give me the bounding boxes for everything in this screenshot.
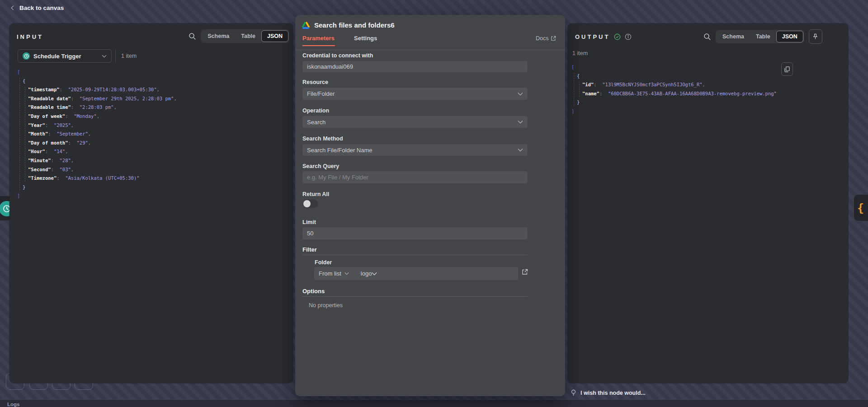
output-panel-title: OUTPUT — [575, 33, 610, 40]
arrow-left-icon — [9, 5, 16, 11]
output-panel: OUTPUT Schema Table JSON 1 item [{"i — [568, 23, 848, 383]
docs-label: Docs — [536, 35, 548, 42]
return-all-toggle[interactable] — [303, 200, 318, 208]
code-brace-icon: { — [854, 201, 864, 215]
open-folder-external-button[interactable] — [522, 269, 528, 275]
input-item-count: 1 item — [121, 53, 137, 59]
options-empty-text: No properties — [309, 302, 343, 309]
chevron-down-icon — [518, 148, 523, 152]
node-settings-modal: Search files and folders6 Parameters Set… — [295, 15, 565, 396]
input-source-label: Schedule Trigger — [33, 53, 98, 60]
node-feedback-button[interactable]: I wish this node would... — [571, 389, 646, 396]
folder-value[interactable]: logo — [361, 270, 372, 277]
chevron-down-icon — [518, 120, 523, 124]
output-item-count: 1 item — [572, 50, 588, 56]
search-icon — [703, 33, 711, 41]
input-tab-schema[interactable]: Schema — [202, 30, 235, 42]
docs-link[interactable]: Docs — [536, 35, 556, 42]
search-method-value: Search File/Folder Name — [307, 147, 373, 154]
logs-bar[interactable]: Logs — [0, 399, 868, 407]
input-panel: INPUT Schema Table JSON Schedule Trigger… — [9, 23, 293, 383]
folder-resource-locator[interactable]: From list logo — [314, 267, 518, 280]
lightbulb-icon — [571, 389, 576, 396]
back-to-canvas-button[interactable]: Back to canvas — [9, 5, 64, 11]
input-search-button[interactable] — [189, 33, 196, 40]
operation-value: Search — [307, 119, 326, 126]
chevron-down-icon — [102, 55, 107, 58]
filter-section-label: Filter — [302, 246, 317, 253]
tab-parameters[interactable]: Parameters — [302, 35, 335, 42]
divider — [295, 50, 565, 50]
output-tab-table[interactable]: Table — [750, 31, 776, 42]
operation-select[interactable]: Search — [302, 116, 528, 128]
resource-value: File/Folder — [307, 90, 335, 97]
search-query-placeholder: e.g. My File / My Folder — [307, 174, 368, 181]
search-icon — [189, 33, 196, 40]
tab-settings[interactable]: Settings — [354, 35, 377, 42]
credential-select[interactable]: iskonaamduai069 — [302, 61, 528, 72]
back-to-canvas-label: Back to canvas — [19, 5, 64, 11]
limit-value: 50 — [307, 230, 313, 237]
folder-label: Folder — [315, 259, 332, 266]
resource-select[interactable]: File/Folder — [302, 88, 528, 100]
input-tab-json[interactable]: JSON — [261, 30, 288, 42]
toggle-knob — [303, 200, 311, 207]
google-drive-icon — [302, 21, 310, 29]
divider — [302, 296, 528, 297]
divider — [115, 49, 116, 63]
active-tab-underline — [302, 45, 335, 46]
credential-value: iskonaamduai069 — [307, 63, 353, 70]
chevron-down-icon — [518, 92, 523, 96]
search-method-label: Search Method — [302, 136, 343, 142]
input-json-view[interactable]: [{"timestamp": "2025-09-29T14:28:03.003+… — [9, 68, 291, 201]
output-search-button[interactable] — [703, 33, 711, 41]
folder-mode-value[interactable]: From list — [319, 270, 341, 277]
output-view-tabs: Schema Table JSON — [716, 30, 804, 43]
node-title[interactable]: Search files and folders6 — [314, 21, 395, 29]
divider — [302, 255, 528, 255]
input-tab-table[interactable]: Table — [235, 30, 261, 42]
search-query-label: Search Query — [302, 163, 339, 169]
limit-label: Limit — [302, 219, 316, 225]
success-check-icon — [614, 33, 621, 40]
logs-label: Logs — [7, 401, 19, 407]
code-node[interactable]: { — [854, 194, 868, 221]
input-source-select[interactable]: Schedule Trigger — [18, 49, 112, 63]
search-query-input[interactable]: e.g. My File / My Folder — [302, 171, 528, 183]
pin-data-button[interactable] — [809, 29, 822, 44]
resource-label: Resource — [302, 79, 328, 85]
limit-input[interactable]: 50 — [302, 227, 528, 239]
chevron-down-icon — [344, 272, 349, 275]
operation-label: Operation — [302, 108, 329, 114]
input-view-tabs: Schema Table JSON — [201, 29, 289, 43]
pin-icon — [812, 33, 818, 40]
credential-label: Credential to connect with — [302, 52, 373, 59]
chevron-down-icon — [372, 272, 377, 276]
output-tab-schema[interactable]: Schema — [717, 31, 750, 42]
search-method-select[interactable]: Search File/Folder Name — [302, 144, 528, 156]
external-link-icon — [522, 269, 528, 275]
input-panel-title: INPUT — [17, 33, 43, 40]
output-json-view[interactable]: [{"id": "13l9M5BcNYJS0mcf3aPCSynh5IJOgt6… — [568, 63, 846, 116]
node-feedback-label: I wish this node would... — [580, 390, 646, 396]
external-link-icon — [551, 36, 556, 41]
output-tab-json[interactable]: JSON — [776, 31, 803, 42]
info-icon[interactable] — [625, 33, 632, 40]
return-all-label: Return All — [302, 191, 329, 197]
schedule-trigger-icon — [23, 52, 30, 60]
options-section-label: Options — [302, 288, 325, 295]
